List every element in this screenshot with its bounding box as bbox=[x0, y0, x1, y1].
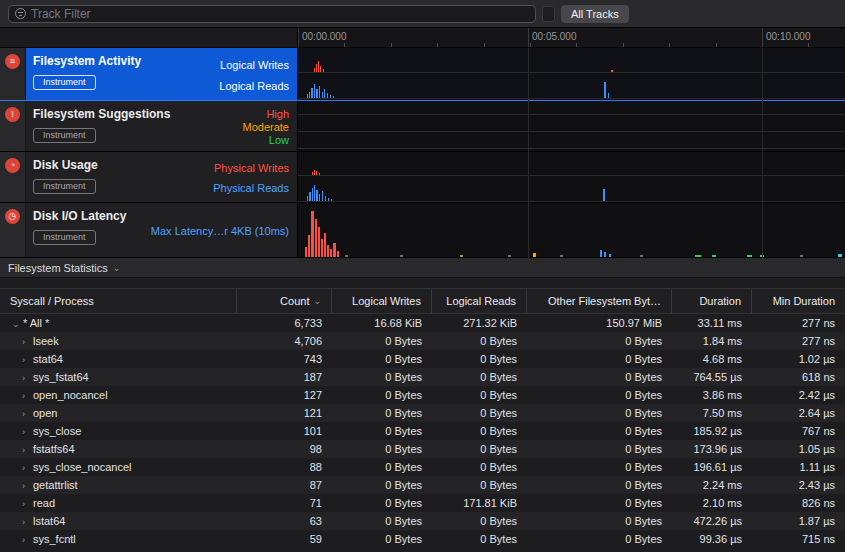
table-row[interactable]: ›read710 Bytes171.81 KiB0 Bytes2.10 ms82… bbox=[0, 494, 845, 512]
value-cell-other-filesystem-byt: 0 Bytes bbox=[527, 479, 672, 491]
disclosure-closed-icon[interactable]: › bbox=[22, 337, 33, 347]
disclosure-closed-icon[interactable]: › bbox=[22, 355, 33, 365]
table-row[interactable]: ›lseek4,7060 Bytes0 Bytes0 Bytes1.84 ms2… bbox=[0, 332, 845, 350]
track-header-filesystem-activity[interactable]: Filesystem ActivityInstrumentLogical Wri… bbox=[26, 48, 298, 100]
table-row[interactable]: ›sys_close1010 Bytes0 Bytes0 Bytes185.92… bbox=[0, 422, 845, 440]
value-cell-other-filesystem-byt: 0 Bytes bbox=[527, 443, 672, 455]
table-row[interactable]: ›sys_close_nocancel880 Bytes0 Bytes0 Byt… bbox=[0, 458, 845, 476]
value-cell-min-duration: 715 ns bbox=[752, 533, 845, 545]
track-row-filesystem-activity[interactable]: ≡Filesystem ActivityInstrumentLogical Wr… bbox=[0, 48, 845, 101]
value-cell-count: 101 bbox=[237, 425, 332, 437]
track-gutter: ◷ bbox=[0, 203, 26, 257]
track-header-filesystem-suggestions[interactable]: Filesystem SuggestionsInstrumentHighMode… bbox=[26, 101, 298, 151]
value-cell-other-filesystem-byt: 0 Bytes bbox=[527, 371, 672, 383]
disk-io-latency-icon[interactable]: ◷ bbox=[5, 209, 20, 224]
table-row[interactable]: ›open1210 Bytes0 Bytes0 Bytes7.50 ms2.64… bbox=[0, 404, 845, 422]
value-cell-duration: 173.96 µs bbox=[672, 443, 752, 455]
value-cell-duration: 185.92 µs bbox=[672, 425, 752, 437]
disclosure-closed-icon[interactable]: › bbox=[22, 499, 33, 509]
disclosure-closed-icon[interactable]: › bbox=[22, 535, 33, 545]
value-cell-min-duration: 1.87 µs bbox=[752, 515, 845, 527]
syscall-cell: ›read bbox=[0, 497, 237, 509]
track-filter-field[interactable] bbox=[8, 5, 536, 23]
lane-labels: Physical WritesPhysical Reads bbox=[213, 158, 289, 198]
timeline-ruler[interactable]: 00:00.00000:05.00000:10.000 bbox=[298, 28, 845, 47]
table-row[interactable]: ›sys_fstat641870 Bytes0 Bytes0 Bytes764.… bbox=[0, 368, 845, 386]
timeline-gridline bbox=[762, 28, 763, 47]
track-row-disk-usage[interactable]: ◔Disk UsageInstrumentPhysical WritesPhys… bbox=[0, 152, 845, 203]
value-cell-logical-reads: 0 Bytes bbox=[432, 479, 527, 491]
lane-label: Physical Reads bbox=[213, 182, 289, 194]
table-row[interactable]: ›fstatfs64980 Bytes0 Bytes0 Bytes173.96 … bbox=[0, 440, 845, 458]
all-tracks-button[interactable]: All Tracks bbox=[561, 5, 629, 23]
instrument-badge: Instrument bbox=[33, 179, 96, 194]
value-cell-min-duration: 1.02 µs bbox=[752, 353, 845, 365]
filesystem-suggestions-icon[interactable]: ! bbox=[5, 107, 20, 122]
table-row[interactable]: ›stat647430 Bytes0 Bytes0 Bytes4.68 ms1.… bbox=[0, 350, 845, 368]
disclosure-closed-icon[interactable]: › bbox=[22, 427, 33, 437]
track-list: ≡Filesystem ActivityInstrumentLogical Wr… bbox=[0, 48, 845, 258]
value-cell-duration: 4.68 ms bbox=[672, 353, 752, 365]
value-cell-duration: 7.50 ms bbox=[672, 407, 752, 419]
track-graph-disk-io-latency[interactable] bbox=[298, 203, 845, 257]
track-graph-disk-usage[interactable] bbox=[298, 152, 845, 202]
column-header-duration[interactable]: Duration bbox=[672, 289, 752, 313]
value-cell-logical-writes: 0 Bytes bbox=[332, 515, 432, 527]
disclosure-closed-icon[interactable]: › bbox=[22, 409, 33, 419]
value-cell-logical-writes: 0 Bytes bbox=[332, 461, 432, 473]
value-cell-logical-reads: 0 Bytes bbox=[432, 353, 527, 365]
disclosure-closed-icon[interactable]: › bbox=[22, 373, 33, 383]
value-cell-count: 87 bbox=[237, 479, 332, 491]
detail-panel-header[interactable]: Filesystem Statistics ⌄ bbox=[0, 258, 845, 278]
value-cell-logical-writes: 0 Bytes bbox=[332, 389, 432, 401]
value-cell-logical-reads: 0 Bytes bbox=[432, 407, 527, 419]
track-title: Disk I/O Latency bbox=[33, 209, 126, 223]
track-row-filesystem-suggestions[interactable]: !Filesystem SuggestionsInstrumentHighMod… bbox=[0, 101, 845, 152]
value-cell-duration: 764.55 µs bbox=[672, 371, 752, 383]
lane-label: Low bbox=[269, 134, 289, 146]
table-row[interactable]: ›getattrlist870 Bytes0 Bytes0 Bytes2.24 … bbox=[0, 476, 845, 494]
lane-label: Moderate bbox=[243, 121, 289, 133]
value-cell-min-duration: 1.11 µs bbox=[752, 461, 845, 473]
disclosure-closed-icon[interactable]: › bbox=[22, 517, 33, 527]
disclosure-open-icon[interactable]: ⌄ bbox=[12, 319, 23, 329]
value-cell-logical-writes: 0 Bytes bbox=[332, 533, 432, 545]
column-header-min-duration[interactable]: Min Duration bbox=[752, 289, 845, 313]
column-header-syscall-process[interactable]: Syscall / Process bbox=[0, 289, 237, 313]
filesystem-activity-icon[interactable]: ≡ bbox=[5, 54, 20, 69]
column-header-logical-writes[interactable]: Logical Writes bbox=[332, 289, 432, 313]
value-cell-other-filesystem-byt: 0 Bytes bbox=[527, 389, 672, 401]
track-graph-filesystem-activity[interactable] bbox=[298, 48, 845, 100]
track-graph-filesystem-suggestions[interactable] bbox=[298, 101, 845, 151]
column-header-count[interactable]: Count⌄ bbox=[237, 289, 332, 313]
lane-labels: HighModerateLow bbox=[243, 107, 289, 147]
chevron-down-icon: ⌄ bbox=[113, 263, 121, 273]
lane-label: Physical Writes bbox=[214, 162, 289, 174]
track-row-disk-io-latency[interactable]: ◷Disk I/O LatencyInstrumentMax Latency…r… bbox=[0, 203, 845, 258]
table-row[interactable]: ⌄* All *6,73316.68 KiB271.32 KiB150.97 M… bbox=[0, 314, 845, 332]
table-row[interactable]: ›sys_fcntl590 Bytes0 Bytes0 Bytes99.36 µ… bbox=[0, 530, 845, 548]
syscall-name: getattrlist bbox=[33, 479, 78, 491]
disclosure-closed-icon[interactable]: › bbox=[22, 481, 33, 491]
value-cell-logical-reads: 271.32 KiB bbox=[432, 317, 527, 329]
disk-usage-icon[interactable]: ◔ bbox=[5, 158, 20, 173]
track-filter-input[interactable] bbox=[31, 7, 529, 21]
disclosure-closed-icon[interactable]: › bbox=[22, 463, 33, 473]
timeline-ruler-row: 00:00.00000:05.00000:10.000 bbox=[0, 28, 845, 48]
syscall-cell: ›open bbox=[0, 407, 237, 419]
track-header-disk-usage[interactable]: Disk UsageInstrumentPhysical WritesPhysi… bbox=[26, 152, 298, 202]
instrument-badge: Instrument bbox=[33, 75, 96, 90]
lane-label: Logical Writes bbox=[220, 59, 289, 71]
track-header-disk-io-latency[interactable]: Disk I/O LatencyInstrumentMax Latency…r … bbox=[26, 203, 298, 257]
table-row[interactable]: ›open_nocancel1270 Bytes0 Bytes0 Bytes3.… bbox=[0, 386, 845, 404]
filter-options-button[interactable] bbox=[542, 6, 555, 22]
column-header-logical-reads[interactable]: Logical Reads bbox=[432, 289, 527, 313]
disclosure-closed-icon[interactable]: › bbox=[22, 391, 33, 401]
value-cell-logical-reads: 0 Bytes bbox=[432, 461, 527, 473]
value-cell-other-filesystem-byt: 0 Bytes bbox=[527, 515, 672, 527]
value-cell-count: 6,733 bbox=[237, 317, 332, 329]
table-row[interactable]: ›lstat64630 Bytes0 Bytes0 Bytes472.26 µs… bbox=[0, 512, 845, 530]
disclosure-closed-icon[interactable]: › bbox=[22, 445, 33, 455]
syscall-cell: ›sys_fstat64 bbox=[0, 371, 237, 383]
column-header-other-filesystem-byt[interactable]: Other Filesystem Byt… bbox=[527, 289, 672, 313]
